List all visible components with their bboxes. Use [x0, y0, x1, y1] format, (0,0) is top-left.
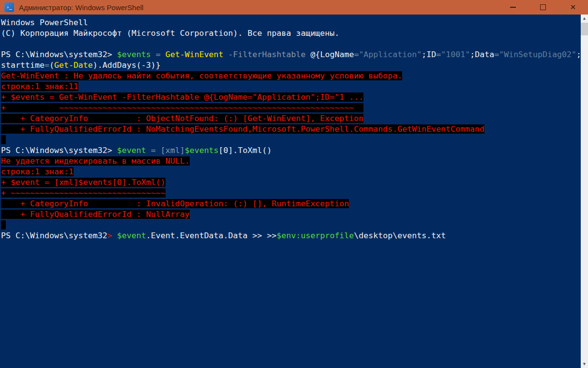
console-line: + $event = [xml]$events[0].ToXml(): [1, 177, 588, 188]
console-line: (C) Корпорация Майкрософт (Microsoft Cor…: [1, 28, 588, 39]
console-line: + CategoryInfo : InvalidOperation: (:) […: [1, 199, 588, 209]
title-bar: ›_ Администратор: Windows PowerShell ✕: [0, 0, 588, 15]
minimize-button[interactable]: [498, 0, 528, 15]
console-line: + $events = Get-WinEvent -FilterHashtabl…: [1, 92, 588, 103]
powershell-app-icon[interactable]: ›_: [4, 2, 14, 12]
maximize-icon: [540, 4, 546, 10]
console-line: PS C:\Windows\system32> $events = Get-Wi…: [1, 49, 588, 60]
close-button[interactable]: ✕: [558, 0, 588, 15]
console-line: PS C:\Windows\system32> $event.Event.Eve…: [1, 230, 588, 241]
console-line: + ~~~~~~~~~~~~~~~~~~~~~~~~~~~~~~~~~~~~~~…: [1, 103, 588, 113]
console-line: строка:1 знак:11: [1, 81, 588, 92]
scroll-up-icon[interactable]: ▲: [581, 15, 588, 22]
console-line: + FullyQualifiedErrorId : NoMatchingEven…: [1, 124, 588, 135]
console-line: + FullyQualifiedErrorId : NullArray: [1, 209, 588, 220]
scrollbar-thumb[interactable]: [581, 23, 588, 35]
close-icon: ✕: [570, 4, 576, 11]
caption-buttons: ✕: [498, 0, 588, 15]
window-title: Администратор: Windows PowerShell: [19, 3, 143, 12]
console-line: строка:1 знак:1: [1, 167, 588, 177]
console-line: PS C:\Windows\system32> $event = [xml]$e…: [1, 145, 588, 156]
scrollbar[interactable]: ▲ ▼: [581, 15, 588, 368]
console-line: Windows PowerShell: [1, 17, 588, 28]
console-output[interactable]: Windows PowerShell(C) Корпорация Майкрос…: [0, 15, 588, 368]
console-line: Get-WinEvent : Не удалось найти события,…: [1, 71, 588, 81]
console-line: [1, 220, 588, 230]
console-line: Не удается индексировать в массив NULL.: [1, 156, 588, 167]
console-line: + CategoryInfo : ObjectNotFound: (:) [Ge…: [1, 113, 588, 124]
console-line: starttime=(Get-Date).AddDays(-3)}: [1, 60, 588, 71]
minimize-icon: [510, 7, 516, 8]
maximize-button[interactable]: [528, 0, 558, 15]
console-line: + ~~~~~~~~~~~~~~~~~~~~~~~~~~~~~~~~: [1, 188, 588, 199]
console-line: [1, 39, 588, 49]
scroll-down-icon[interactable]: ▼: [581, 360, 588, 368]
console-line: [1, 135, 588, 145]
